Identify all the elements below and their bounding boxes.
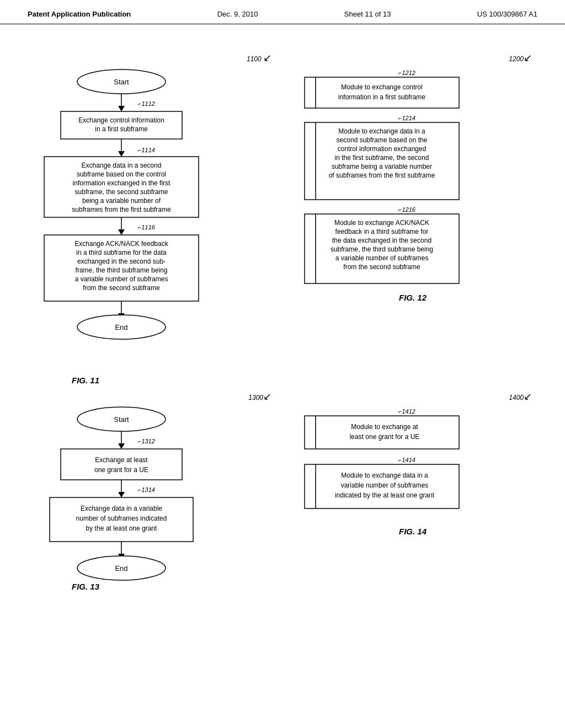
header-date: Dec. 9, 2010 [217,10,258,18]
svg-text:information exchanged in the f: information exchanged in the first [73,179,170,187]
fig12-num: 1200↙ [288,52,537,64]
svg-text:Module to exchange control: Module to exchange control [341,83,422,91]
svg-text:Exchange data in a second: Exchange data in a second [82,162,162,169]
svg-text:Start: Start [114,415,129,424]
svg-text:⌐1212: ⌐1212 [398,69,415,76]
svg-text:indicated by the at least one : indicated by the at least one grant [335,491,435,499]
svg-marker-19 [118,229,125,235]
svg-marker-58 [118,443,125,449]
svg-text:Module to exchange at: Module to exchange at [351,423,418,431]
svg-text:the data exchanged in the seco: the data exchanged in the second [332,237,431,244]
svg-text:⌐1112: ⌐1112 [138,100,155,107]
page-header: Patent Application Publication Dec. 9, 2… [0,0,565,24]
svg-text:Exchange data in a variable: Exchange data in a variable [81,505,162,512]
fig13-diagram: 1300↙ Start ⌐1312 Exchange at least one … [28,390,277,591]
svg-text:feedback in a third subframe f: feedback in a third subframe for [335,228,429,235]
svg-text:subframe being a variable numb: subframe being a variable number [332,163,432,170]
fig11-svg: Start ⌐1112 Exchange control information… [28,65,215,385]
fig11-diagram: 1100 ↙ Start ⌐1112 Exchange control info… [28,52,277,385]
svg-text:being a variable number of: being a variable number of [82,197,161,205]
svg-text:by the at least one grant: by the at least one grant [86,524,157,532]
fig12-diagram: 1200↙ ⌐1212 Module to exchange control i… [288,52,537,385]
svg-text:second subframe based on the: second subframe based on the [337,136,428,144]
svg-text:⌐1216: ⌐1216 [398,206,416,213]
svg-text:frame, the third subframe bein: frame, the third subframe being [76,266,168,274]
svg-text:subframe based on the control: subframe based on the control [77,170,166,178]
page: Patent Application Publication Dec. 9, 2… [0,0,565,728]
svg-text:a variable number of subframes: a variable number of subframes [75,275,168,283]
svg-text:subframe, the second subframe: subframe, the second subframe [75,188,168,196]
fig12-svg: ⌐1212 Module to exchange control informa… [288,65,476,346]
main-content: 1100 ↙ Start ⌐1112 Exchange control info… [0,24,565,608]
svg-text:of subframes from the first su: of subframes from the first subframe [329,172,435,179]
svg-rect-33 [305,77,459,108]
svg-text:control information exchanged: control information exchanged [338,145,427,153]
fig11-num: 1100 ↙ [28,52,277,64]
fig13-num: 1300↙ [28,390,277,403]
svg-text:number of subframes indicated: number of subframes indicated [76,515,167,522]
svg-text:from the second subframe: from the second subframe [83,284,160,292]
svg-text:subframe, the third subframe b: subframe, the third subframe being [331,245,433,253]
svg-text:Module to exchange data in a: Module to exchange data in a [341,472,428,479]
svg-text:one grant for a UE: one grant for a UE [94,466,148,474]
svg-text:from the second subframe: from the second subframe [343,263,420,271]
fig14-diagram: 1400↙ ⌐1412 Module to exchange at least … [288,390,537,591]
svg-text:in a first subframe: in a first subframe [95,125,148,133]
svg-text:⌐1116: ⌐1116 [138,224,156,231]
svg-marker-3 [118,106,125,111]
svg-text:in a third subframe for the da: in a third subframe for the data [76,249,167,256]
svg-text:in the first subframe, the sec: in the first subframe, the second [335,154,429,162]
svg-text:⌐1312: ⌐1312 [138,438,155,445]
svg-rect-60 [61,449,182,480]
svg-text:Start: Start [114,78,129,86]
svg-marker-64 [118,492,125,497]
header-sheet: Sheet 11 of 13 [344,10,391,18]
svg-text:⌐1414: ⌐1414 [398,457,415,463]
svg-text:⌐1114: ⌐1114 [138,147,155,153]
header-patent: US 100/309867 A1 [477,10,537,18]
fig14-num: 1400↙ [288,390,537,403]
svg-text:End: End [115,323,127,331]
fig14-svg: ⌐1412 Module to exchange at least one gr… [288,404,476,558]
svg-text:Module to exchange data in a: Module to exchange data in a [338,127,425,135]
svg-text:Exchange at least: Exchange at least [95,456,148,464]
svg-text:⌐1314: ⌐1314 [138,486,155,493]
svg-text:Exchange ACK/NACK feedback: Exchange ACK/NACK feedback [74,240,168,248]
svg-text:Module to exchange ACK/NACK: Module to exchange ACK/NACK [334,219,429,227]
svg-text:⌐1214: ⌐1214 [398,115,415,121]
svg-text:exchanged in the second sub-: exchanged in the second sub- [77,258,166,265]
header-left: Patent Application Publication [28,10,131,18]
svg-text:information in a first subfram: information in a first subframe [338,93,425,101]
svg-text:Exchange control information: Exchange control information [78,116,164,124]
svg-text:variable number of subframes: variable number of subframes [341,481,429,489]
svg-marker-9 [118,151,125,157]
svg-text:least one grant for a UE: least one grant for a UE [350,433,420,441]
svg-text:⌐1412: ⌐1412 [398,408,415,415]
svg-text:subframes from the first subfr: subframes from the first subframe [72,206,171,213]
svg-text:a variable number of subframes: a variable number of subframes [335,254,429,262]
svg-rect-75 [305,416,459,449]
svg-text:End: End [115,564,127,572]
fig13-svg: Start ⌐1312 Exchange at least one grant … [28,404,215,602]
